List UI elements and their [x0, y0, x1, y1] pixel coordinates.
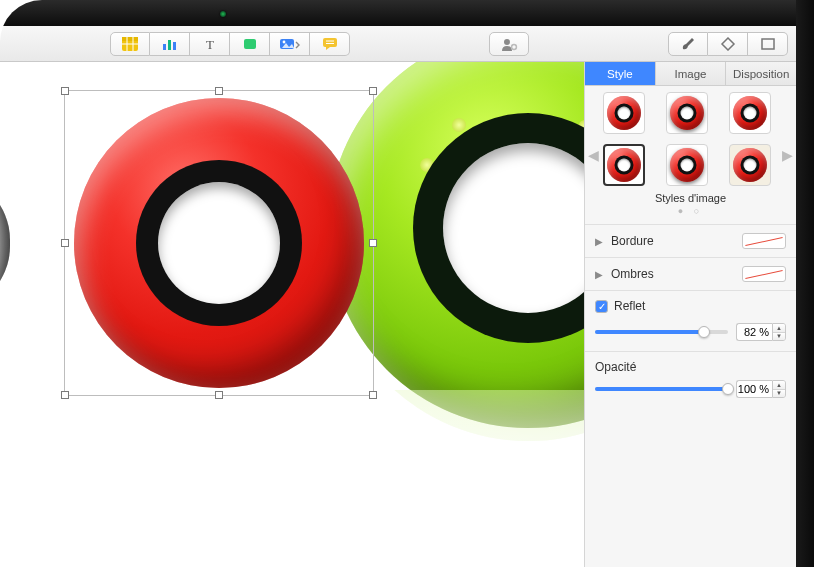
insert-comment-button[interactable] — [310, 32, 350, 56]
stepper-down-icon[interactable]: ▼ — [773, 390, 785, 398]
laptop-frame: T — [0, 0, 814, 567]
svg-rect-9 — [244, 39, 256, 49]
canvas[interactable] — [0, 62, 584, 567]
insert-chart-button[interactable] — [150, 32, 190, 56]
filter-inspector-button[interactable] — [708, 32, 748, 56]
image-style-1[interactable] — [603, 92, 645, 134]
opacity-label: Opacité — [585, 352, 796, 378]
opacity-slider[interactable] — [595, 380, 728, 398]
collaborate-button[interactable] — [489, 32, 529, 56]
shadow-disclosure[interactable]: ▶ — [595, 269, 605, 280]
shape-icon — [242, 37, 258, 51]
opacity-section: Opacité ▲▼ — [585, 351, 796, 408]
resize-handle-l[interactable] — [61, 239, 69, 247]
svg-rect-5 — [163, 44, 166, 50]
shadow-section: ▶ Ombres — [585, 257, 796, 290]
resize-handle-tl[interactable] — [61, 87, 69, 95]
content-area: Style Image Disposition ◀ ▶ Sty — [0, 62, 796, 567]
resize-handle-t[interactable] — [215, 87, 223, 95]
tab-layout[interactable]: Disposition — [726, 62, 796, 85]
reflection-section: ✓ Reflet ▲▼ — [585, 290, 796, 351]
insert-table-button[interactable] — [110, 32, 150, 56]
border-label: Bordure — [611, 234, 736, 248]
chart-icon — [162, 37, 178, 51]
red-wheel-hub — [158, 182, 280, 304]
opacity-stepper[interactable]: ▲▼ — [772, 380, 786, 398]
image-style-6[interactable] — [729, 144, 771, 186]
reflection-checkbox[interactable]: ✓ — [595, 300, 608, 313]
border-style-swatch[interactable] — [742, 233, 786, 249]
svg-rect-12 — [323, 38, 337, 47]
camera-dot — [220, 11, 226, 17]
svg-rect-1 — [122, 37, 138, 41]
red-wheel-image[interactable] — [74, 98, 364, 388]
app-window: T — [0, 26, 796, 567]
insert-text-button[interactable]: T — [190, 32, 230, 56]
table-icon — [122, 37, 138, 51]
reflection-value-input[interactable] — [736, 323, 772, 341]
reflection-slider[interactable] — [595, 323, 728, 341]
image-style-3[interactable] — [729, 92, 771, 134]
paintbrush-icon — [680, 37, 696, 51]
svg-rect-19 — [762, 39, 774, 49]
opacity-value-input[interactable] — [736, 380, 772, 398]
inspector-tabs: Style Image Disposition — [585, 62, 796, 86]
comment-icon — [322, 37, 338, 51]
view-group — [668, 32, 788, 56]
insert-shape-button[interactable] — [230, 32, 270, 56]
right-bezel — [796, 0, 814, 567]
reflection-area — [0, 390, 584, 567]
reflection-label: Reflet — [614, 299, 786, 313]
offscreen-wheel — [0, 174, 10, 312]
media-icon — [279, 37, 301, 51]
styles-prev-button[interactable]: ◀ — [588, 147, 599, 163]
green-wheel-image[interactable] — [328, 62, 584, 428]
tab-image[interactable]: Image — [656, 62, 727, 85]
shadow-label: Ombres — [611, 267, 736, 281]
diamond-icon — [720, 37, 736, 51]
image-styles-caption: Styles d'image — [603, 192, 778, 204]
shadow-style-swatch[interactable] — [742, 266, 786, 282]
top-bezel — [0, 0, 814, 26]
svg-rect-6 — [168, 40, 171, 50]
reflection-stepper[interactable]: ▲▼ — [772, 323, 786, 341]
svg-point-11 — [282, 40, 285, 43]
border-disclosure[interactable]: ▶ — [595, 236, 605, 247]
svg-point-15 — [504, 39, 510, 45]
person-plus-icon — [500, 37, 518, 51]
insert-group: T — [110, 32, 350, 56]
image-style-5[interactable] — [666, 144, 708, 186]
stepper-up-icon[interactable]: ▲ — [773, 381, 785, 390]
image-style-2[interactable] — [666, 92, 708, 134]
document-inspector-button[interactable] — [748, 32, 788, 56]
stepper-up-icon[interactable]: ▲ — [773, 324, 785, 333]
image-styles-section: ◀ ▶ Styles d'image ● ○ — [585, 86, 796, 224]
image-style-4[interactable] — [603, 144, 645, 186]
insert-media-button[interactable] — [270, 32, 310, 56]
text-icon: T — [202, 37, 218, 51]
rectangle-icon — [760, 37, 776, 51]
toolbar: T — [0, 26, 796, 62]
styles-next-button[interactable]: ▶ — [782, 147, 793, 163]
border-section: ▶ Bordure — [585, 224, 796, 257]
inspector-panel: Style Image Disposition ◀ ▶ Sty — [584, 62, 796, 567]
svg-text:T: T — [206, 37, 214, 51]
tab-style[interactable]: Style — [585, 62, 656, 85]
styles-page-dots[interactable]: ● ○ — [603, 206, 778, 216]
stepper-down-icon[interactable]: ▼ — [773, 333, 785, 341]
format-inspector-button[interactable] — [668, 32, 708, 56]
svg-rect-7 — [173, 42, 176, 50]
